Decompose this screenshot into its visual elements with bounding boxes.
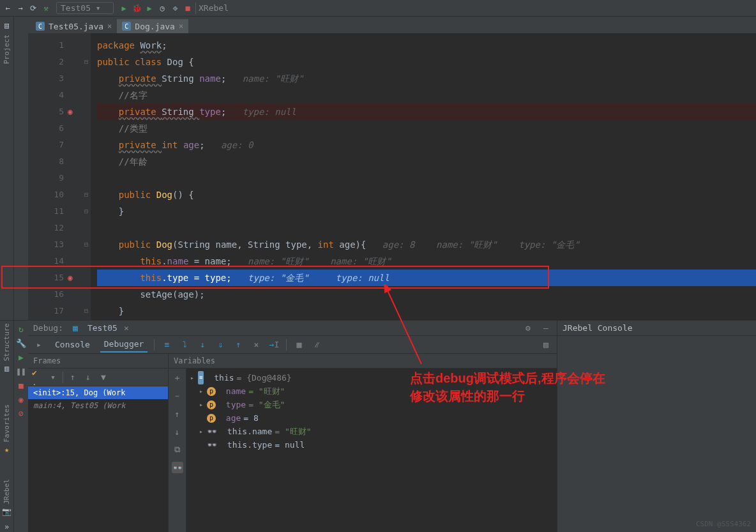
profile-icon[interactable]: ◷ <box>157 3 167 13</box>
run-config-selector[interactable]: Test05 ▾ <box>56 2 114 14</box>
fold-gutter[interactable]: ⊟ ⊟⊟ ⊟ ⊟ <box>82 33 91 320</box>
line-numbers: 1234567891011121314151617 <box>28 33 68 320</box>
stack-frame[interactable]: main:4, Test05 (Work <box>28 399 168 412</box>
code-body[interactable]: package Work; public class Dog { private… <box>91 33 756 320</box>
thread-selector[interactable]: ✔ . <box>32 372 43 383</box>
pause-icon[interactable]: ❚❚ <box>15 365 27 377</box>
tab-test05[interactable]: C Test05.java × <box>31 18 117 33</box>
frames-header: Frames <box>28 354 168 369</box>
refresh-icon[interactable]: ⟳ <box>28 3 38 13</box>
step-into-icon[interactable]: ↓ <box>197 339 208 351</box>
left-tool-stripe-bottom[interactable]: Structure ▥ Favorites ★ JRebel 📷 » <box>0 321 14 532</box>
evaluate-icon[interactable]: ▦ <box>293 339 305 351</box>
debug-header: Debug: ▦ Test05 × ⚙ — <box>28 321 557 336</box>
annotation-text: 点击debug调试模式后,程序会停在 修改该属性的那一行 <box>410 369 605 405</box>
frames-list[interactable]: <init>:15, Dog (Work main:4, Test05 (Wor… <box>28 386 168 532</box>
debug-action-stripe[interactable]: ↻ 🔧 ▶ ❚❚ ■ ◉ ⊘ <box>14 321 28 532</box>
prev-frame-icon[interactable]: ↑ <box>67 372 79 383</box>
left-gutter-secondary <box>14 17 28 320</box>
var-row[interactable]: 👓 this.type = null <box>189 438 554 452</box>
force-step-into-icon[interactable]: ⇓ <box>215 339 226 351</box>
project-icon[interactable]: ▤ <box>2 20 12 31</box>
tab-dog[interactable]: C Dog.java × <box>117 18 188 33</box>
run-to-cursor-icon[interactable]: →I <box>268 339 280 351</box>
editor-tabs[interactable]: C Test05.java × C Dog.java × <box>28 17 756 33</box>
modify-icon[interactable]: 🔧 <box>15 337 27 349</box>
var-row[interactable]: ▸👓 this.name = "旺财" <box>189 425 554 438</box>
left-tool-stripe[interactable]: ▤ Project <box>0 17 14 320</box>
java-file-icon: C <box>36 22 45 31</box>
run-config-icon: ▦ <box>70 323 81 334</box>
up-icon[interactable]: ↑ <box>172 408 183 420</box>
jrebel-console-pane[interactable]: JRebel Console <box>557 321 756 532</box>
layout-icon[interactable]: ▤ <box>540 339 552 351</box>
breakpoint-icon[interactable]: ◉ <box>68 103 73 120</box>
camera-icon[interactable]: 📷 <box>2 506 12 517</box>
glasses-icon[interactable]: 👓 <box>172 462 183 473</box>
copy-icon[interactable]: ⧉ <box>172 444 183 455</box>
structure-icon[interactable]: ▥ <box>2 364 12 374</box>
run-icon[interactable]: ▶ <box>119 3 129 13</box>
remove-watch-icon[interactable]: － <box>172 390 183 402</box>
stack-frame[interactable]: <init>:15, Dog (Work <box>28 386 168 399</box>
java-file-icon: C <box>122 22 131 31</box>
debug-panel[interactable]: Structure ▥ Favorites ★ JRebel 📷 » ↻ 🔧 ▶… <box>0 320 756 532</box>
view-breakpoints-icon[interactable]: ◉ <box>15 393 27 405</box>
stop-icon[interactable]: ■ <box>15 379 27 391</box>
debug-icon[interactable]: 🐞 <box>132 3 142 13</box>
minimize-icon[interactable]: — <box>540 323 552 334</box>
resume-icon[interactable]: ▶ <box>15 351 27 363</box>
structure-tool-label[interactable]: Structure <box>3 323 11 361</box>
show-exec-point-icon[interactable]: ≡ <box>161 339 172 351</box>
attach-icon[interactable]: ⎆ <box>170 3 180 13</box>
variables-toolbar[interactable]: ＋ － ↑ ↓ ⧉ 👓 <box>169 369 186 532</box>
coverage-icon[interactable]: ▶ <box>144 3 155 13</box>
debug-toolbar[interactable]: ▸ Console Debugger ≡ ⤵ ↓ ⇓ ↑ ✕ →I ▦ ⫽ ▤ <box>28 336 557 354</box>
main-toolbar[interactable]: ← → ⟳ ⚒ Test05 ▾ ▶ 🐞 ▶ ◷ ⎆ ■ XRebel <box>0 0 756 17</box>
breakpoint-gutter[interactable]: ◉ ◉ <box>68 33 82 320</box>
tab-label: Test05.java <box>49 22 103 31</box>
variables-header: Variables <box>169 354 557 369</box>
back-icon[interactable]: ← <box>3 3 13 13</box>
tab-label: Dog.java <box>135 22 175 31</box>
add-watch-icon[interactable]: ＋ <box>172 372 183 384</box>
favorites-tool-label[interactable]: Favorites <box>3 404 11 443</box>
gear-icon[interactable]: ⚙ <box>522 323 534 334</box>
var-row[interactable]: p age = 8 <box>189 411 554 425</box>
close-icon[interactable]: × <box>107 22 112 31</box>
hammer-icon[interactable]: ⚒ <box>41 3 51 13</box>
project-tool-label[interactable]: Project <box>3 34 11 64</box>
step-over-icon[interactable]: ⤵ <box>179 339 190 351</box>
mute-breakpoints-icon[interactable]: ⊘ <box>15 407 27 419</box>
frames-toolbar[interactable]: ✔ . ▾ ↑ ↓ ▼ <box>28 369 168 386</box>
close-icon[interactable]: × <box>179 22 183 31</box>
close-icon[interactable]: × <box>124 323 129 333</box>
debug-label: Debug: <box>33 323 63 333</box>
collapse-icon[interactable]: » <box>2 522 12 532</box>
code-editor[interactable]: 1234567891011121314151617 ◉ ◉ ⊟ ⊟⊟ ⊟ ⊟ p… <box>28 33 756 320</box>
drop-frame-icon[interactable]: ✕ <box>250 339 262 351</box>
watermark: CSDN @SSS4362 <box>696 520 751 528</box>
breakpoint-icon[interactable]: ◉ <box>68 270 73 286</box>
jrebel-tool-label[interactable]: JRebel <box>3 479 11 505</box>
forward-icon[interactable]: → <box>15 3 26 13</box>
console-icon[interactable]: ▸ <box>33 339 45 351</box>
xrebel-label: XRebel <box>199 3 229 13</box>
frames-pane[interactable]: Frames ✔ . ▾ ↑ ↓ ▼ <init>:15, Dog (Work … <box>28 354 169 532</box>
trace-icon[interactable]: ⫽ <box>311 339 322 351</box>
debugger-tab[interactable]: Debugger <box>100 337 148 353</box>
rerun-icon[interactable]: ↻ <box>15 323 27 335</box>
stop-icon[interactable]: ■ <box>183 3 193 13</box>
console-tab[interactable]: Console <box>51 337 94 353</box>
step-out-icon[interactable]: ↑ <box>232 339 244 351</box>
debug-run-name[interactable]: Test05 <box>87 323 117 333</box>
star-icon[interactable]: ★ <box>2 445 12 455</box>
dropdown-icon[interactable]: ▾ <box>47 372 59 383</box>
down-icon[interactable]: ↓ <box>172 426 183 437</box>
jrebel-console-header: JRebel Console <box>557 321 756 336</box>
next-frame-icon[interactable]: ↓ <box>82 372 94 383</box>
filter-icon[interactable]: ▼ <box>98 372 109 383</box>
